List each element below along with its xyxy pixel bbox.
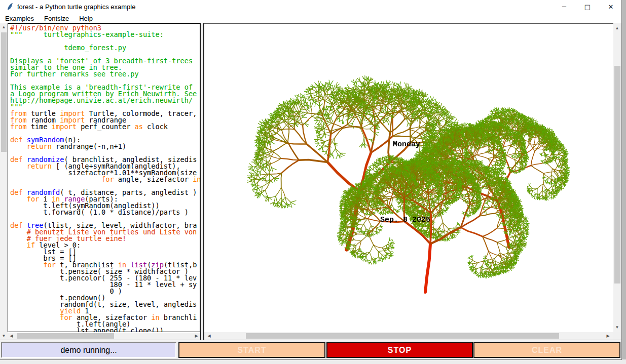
desktop-edge-right	[622, 0, 626, 359]
canvas-hscrollbar[interactable]: ◀ ▶	[204, 332, 613, 340]
canvas-hscroll-thumb[interactable]	[246, 333, 559, 339]
editor-hscroll-thumb[interactable]	[17, 333, 114, 339]
code-line: from time import perf_counter as clock	[10, 124, 200, 130]
scroll-up-icon[interactable]: ▲	[613, 24, 621, 32]
scroll-down-icon[interactable]: ▼	[613, 323, 621, 331]
close-button[interactable]: ✕	[606, 2, 615, 11]
maximize-button[interactable]: □	[583, 2, 592, 11]
code-line: """ turtlegraphics-example-suite:	[10, 31, 200, 38]
scroll-left-icon[interactable]: ◀	[205, 332, 213, 340]
titlebar: forest - a Python turtle graphics exampl…	[0, 0, 621, 13]
menu-item-fontsize[interactable]: Fontsize	[39, 13, 74, 23]
minimize-button[interactable]: ─	[560, 2, 569, 11]
status-message: demo running...	[1, 342, 176, 358]
scroll-right-icon[interactable]: ▶	[604, 332, 612, 340]
window-title: forest - a Python turtle graphics exampl…	[17, 3, 135, 11]
editor-hscrollbar[interactable]: ◀ ▶	[8, 332, 200, 340]
code-line: For further remarks see tree.py	[10, 71, 200, 77]
main-area: ▲ ▼ #!/usr/bin/env python3""" turtlegrap…	[0, 23, 621, 340]
window-controls: ─ □ ✕	[560, 0, 615, 13]
start-button[interactable]: START	[178, 342, 325, 358]
canvas-label-monday: Monday	[393, 140, 420, 149]
turtle-canvas-pane[interactable]: Monday Sep. 8 2025	[204, 23, 613, 332]
canvas-vscroll-thumb[interactable]	[614, 66, 620, 284]
code-line: tdemo_forest.py	[10, 45, 200, 51]
code-line: http://homepage.univie.ac.at/erich.neuwi…	[10, 97, 200, 104]
code-line: for angle, sizefactor in	[10, 176, 200, 183]
code-line: return randrange(-n,n+1)	[10, 143, 200, 150]
editor-vscroll-thumb[interactable]	[1, 32, 7, 152]
scroll-left-icon[interactable]: ◀	[8, 332, 15, 340]
scroll-down-icon[interactable]: ▼	[0, 332, 8, 340]
canvas-label-date: Sep. 8 2025	[380, 216, 430, 224]
editor-vscrollbar[interactable]: ▲ ▼	[0, 23, 8, 340]
desktop-edge-bottom	[0, 360, 626, 364]
feather-icon	[6, 3, 14, 11]
code-lines: #!/usr/bin/env python3""" turtlegraphics…	[10, 25, 200, 332]
code-editor[interactable]: #!/usr/bin/env python3""" turtlegraphics…	[8, 23, 200, 332]
stop-button[interactable]: STOP	[326, 342, 473, 358]
turtle-canvas[interactable]	[204, 24, 613, 332]
pane-divider	[200, 23, 204, 340]
app-window: forest - a Python turtle graphics exampl…	[0, 0, 621, 359]
canvas-vscrollbar[interactable]: ▲ ▼	[613, 23, 621, 332]
code-line: lst.append(t.clone())	[10, 328, 200, 332]
scroll-up-icon[interactable]: ▲	[0, 23, 8, 31]
scroll-right-icon[interactable]: ▶	[193, 332, 200, 340]
code-line: t.forward( (1.0 * distance)/parts )	[10, 209, 200, 216]
menu-item-examples[interactable]: Examples	[0, 13, 39, 23]
clear-button[interactable]: CLEAR	[473, 342, 620, 358]
menu-item-help[interactable]: Help	[74, 13, 98, 23]
menubar: Examples Fontsize Help	[0, 13, 621, 24]
statusbar: demo running... START STOP CLEAR	[0, 340, 621, 359]
